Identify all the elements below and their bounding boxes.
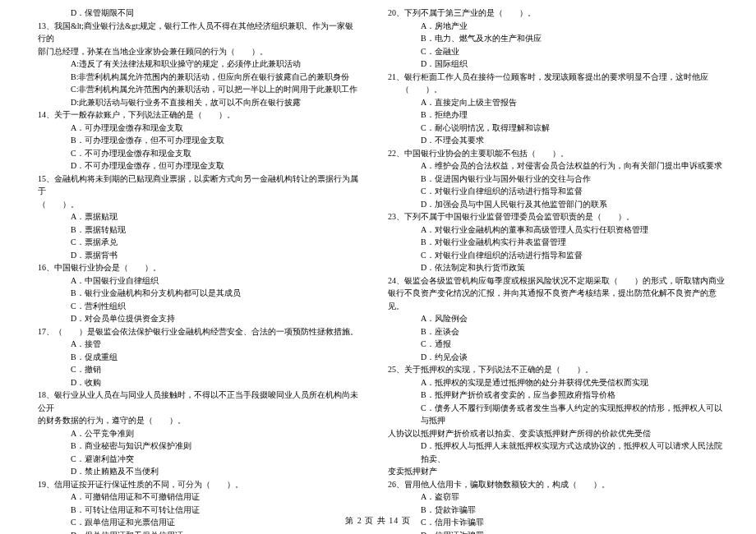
q13-option-c: C:非营利机构属允许范围内的兼职活动，可以把一半以上的时间用于此兼职工作 [31,83,360,96]
q24-option-d: D．约见会谈 [381,351,725,364]
q14-stem: 14、关于一般存款账户，下列说法正确的是（ ）。 [31,108,360,122]
q18-option-d: D．禁止贿赂及不当便利 [31,465,360,478]
q21-option-c: C．耐心说明情况，取得理解和谅解 [381,122,725,135]
q24-option-c: C．通报 [381,338,725,351]
q24-option-b: B．座谈会 [381,325,725,338]
q21-stem-cont: （ ）。 [381,83,725,96]
q23-option-a: A．对银行业金融机构的董事和高级管理人员实行任职资格管理 [381,223,725,237]
q15-option-d: D．票据背书 [31,249,360,262]
q20-option-a: A．房地产业 [381,20,725,33]
q16-stem: 16、中国银行业协会是（ ）。 [31,261,360,274]
q18-stem-cont: 的财务数据的行为，遵守的是（ ）。 [31,414,360,427]
q22-option-d: D．加强会员与中国人民银行及其他监管部门的联系 [381,198,725,211]
q16-option-d: D．对会员单位提供资金支持 [31,312,360,325]
q17-stem: 17、（ ）是银监会依法保护银行业金融机构经营安全、合法的一项预防性拯救措施。 [31,325,360,338]
q13-stem: 13、我国&lt;商业银行法&gt;规定，银行工作人员不得在其他经济组织兼职。作… [31,20,360,45]
q15-option-c: C．票据承兑 [31,236,360,249]
q14-option-b: B．可办理现金缴存，但不可办理现金支取 [31,134,360,147]
q22-option-b: B．促进国内银行业与国外银行业的交往与合作 [381,173,725,186]
q14-option-c: C．不可办理现金缴存和现金支取 [31,147,360,160]
q14-option-a: A．可办理现金缴存和现金支取 [31,122,360,135]
q13-option-d: D:此兼职活动与银行业务不直接相关，故可以不向所在银行披露 [31,96,360,109]
q20-option-d: D．国际组织 [381,58,725,71]
q25-option-d: D．抵押权人与抵押人未就抵押权实现方式达成协议的，抵押权人可以请求人民法院拍卖、 [381,440,725,465]
q20-option-b: B．电力、燃气及水的生产和供应 [381,32,725,45]
q19-option-a: A．可撤销信用证和不可撤销信用证 [31,490,360,504]
q15-stem-cont: （ ）。 [31,198,360,211]
q16-option-a: A．中国银行业自律组织 [31,274,360,288]
q23-option-c: C．对银行业自律组织的活动进行指导和监督 [381,249,725,262]
q22-option-a: A．维护会员的合法权益，对侵害会员合法权益的行为，向有关部门提出申诉或要求 [381,159,725,173]
q14-option-d: D．不可办理现金缴存，但可办理现金支取 [31,159,360,173]
q26-stem: 26、冒用他人信用卡，骗取财物数额较大的，构成（ ）。 [381,478,725,491]
q17-option-d: D．收购 [31,376,360,389]
q25-option-b: B．抵押财产折价或者变卖的，应当参照政府指导价格 [381,389,725,402]
q18-stem: 18、银行业从业人员在与同业人员接触时，不得以不正当手段掇唆同业人员所在机构尚未… [31,389,360,414]
q18-option-a: A．公平竞争准则 [31,427,360,440]
q25-option-a: A．抵押权的实现是通过抵押物的处分并获得优先受偿权而实现 [381,376,725,389]
q17-option-c: C．撤销 [31,363,360,376]
q24-stem-cont: 银行不良资产变化情况的汇报，并向其通报不良资产考核结果，提出防范化解不良资产的意… [381,287,725,312]
q13-option-a: A:违反了有关法律法规和职业操守的规定，必须停止此兼职活动 [31,58,360,71]
q22-option-c: C．对银行业自律组织的活动进行指导和监督 [381,185,725,198]
q21-option-d: D．不理会其要求 [381,134,725,147]
q13-option-b: B:非营利机构属允许范围内的兼职活动，但应向所在银行披露自己的兼职身份 [31,71,360,84]
q15-option-b: B．票据转贴现 [31,223,360,237]
q25-option-c: C．债务人不履行到期债务或者发生当事人约定的实现抵押权的情形，抵押权人可以与抵押 [381,402,725,427]
q25-option-d-cont: 变卖抵押财产 [381,465,725,478]
q19-stem: 19、信用证按开证行保证性质的不同，可分为（ ）。 [31,478,360,491]
q24-option-a: A．风险例会 [381,312,725,325]
q25-stem: 25、关于抵押权的实现，下列说法不正确的是（ ）。 [381,363,725,376]
q16-option-b: B．银行业金融机构和分支机构都可以是其成员 [31,287,360,300]
right-column: 20、下列不属于第三产业的是（ ）。 A．房地产业 B．电力、燃气及水的生产和供… [378,7,725,534]
left-column: D．保管期限不同 13、我国&lt;商业银行法&gt;规定，银行工作人员不得在其… [31,7,378,534]
q23-option-d: D．依法制定和执行货币政策 [381,261,725,274]
q18-option-c: C．避谢利益冲突 [31,453,360,466]
page-footer: 第 2 页 共 14 页 [0,514,756,527]
q25-option-c-cont: 人协议以抵押财产折价或者以拍卖、变卖该抵押财产所得的价款优先受偿 [381,427,725,440]
q23-option-b: B．对银行业金融机构实行并表监督管理 [381,236,725,249]
q13-stem-cont: 部门总经理，孙某在当地企业家协会兼任顾问的行为（ ）。 [31,45,360,58]
q21-option-a: A．直接定向上级主管报告 [381,96,725,109]
q17-option-b: B．促成重组 [31,351,360,364]
q21-stem: 21、银行柜面工作人员在接待一位顾客时，发现该顾客提出的要求明显不合理，这时他应 [381,71,725,84]
q20-option-c: C．金融业 [381,45,725,58]
page-body: D．保管期限不同 13、我国&lt;商业银行法&gt;规定，银行工作人员不得在其… [0,0,756,534]
q20-stem: 20、下列不属于第三产业的是（ ）。 [381,7,725,20]
q12-option-d: D．保管期限不同 [31,7,360,20]
q15-stem: 15、金融机构将未到期的已贴现商业票据，以卖断方式向另一金融机构转让的票据行为属… [31,173,360,198]
q22-stem: 22、中国银行业协会的主要职能不包括（ ）。 [381,147,725,160]
q24-stem: 24、银监会各级监管机构应每季度或根据风险状况不定期采取（ ）的形式，听取辖内商… [381,274,725,288]
q17-option-a: A．接管 [31,338,360,351]
q26-option-a: A．盗窃罪 [381,490,725,504]
q16-option-c: C．营利性组织 [31,300,360,313]
q26-option-d: D．信用证诈骗罪 [381,529,725,535]
q19-option-d: D．保兑信用证和无保兑信用证 [31,529,360,535]
q15-option-a: A．票据贴现 [31,210,360,223]
q18-option-b: B．商业秘密与知识产权保护准则 [31,440,360,453]
q21-option-b: B．拒绝办理 [381,108,725,122]
q23-stem: 23、下列不属于中国银行业监督管理委员会监管职责的是（ ）。 [381,210,725,223]
